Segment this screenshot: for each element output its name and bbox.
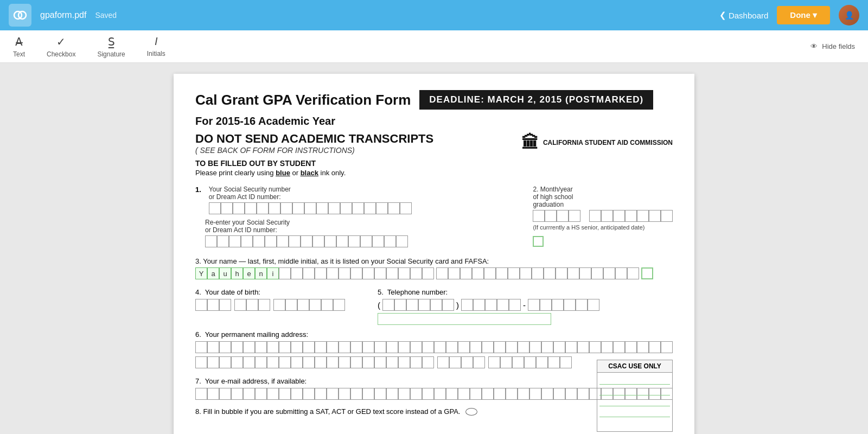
- em-21[interactable]: [434, 388, 446, 400]
- grad-m2[interactable]: [545, 210, 557, 222]
- em-12[interactable]: [327, 388, 339, 400]
- name-b12[interactable]: [327, 267, 339, 279]
- em-6[interactable]: [255, 388, 267, 400]
- city-14[interactable]: [350, 356, 362, 368]
- dob-d2[interactable]: [246, 299, 258, 311]
- ph-m3[interactable]: [485, 299, 497, 311]
- grad-y4[interactable]: [625, 210, 637, 222]
- city-6[interactable]: [255, 356, 267, 368]
- name-b18[interactable]: [398, 267, 410, 279]
- name-c1[interactable]: [436, 267, 448, 279]
- ssn-box-15[interactable]: [376, 202, 388, 214]
- ph-m5[interactable]: [509, 299, 521, 311]
- name-b11[interactable]: [315, 267, 327, 279]
- name-b5[interactable]: e: [243, 267, 255, 279]
- addr-26[interactable]: [494, 341, 506, 353]
- name-b17[interactable]: [386, 267, 398, 279]
- em-25[interactable]: [482, 388, 494, 400]
- name-c2[interactable]: [448, 267, 460, 279]
- city-1[interactable]: [195, 356, 207, 368]
- em-27[interactable]: [506, 388, 518, 400]
- ph-l4[interactable]: [564, 299, 576, 311]
- ssn-box-2[interactable]: [221, 202, 233, 214]
- em-10[interactable]: [303, 388, 315, 400]
- reenssn-b14[interactable]: [360, 235, 372, 247]
- em-9[interactable]: [291, 388, 303, 400]
- ssn-box-17[interactable]: [400, 202, 412, 214]
- name-b2[interactable]: a: [207, 267, 219, 279]
- ssn-box-11[interactable]: [328, 202, 340, 214]
- addr-6[interactable]: [255, 341, 267, 353]
- em-23[interactable]: [458, 388, 470, 400]
- addr-22[interactable]: [446, 341, 458, 353]
- ph-a4[interactable]: [418, 299, 430, 311]
- em-4[interactable]: [231, 388, 243, 400]
- addr-10[interactable]: [303, 341, 315, 353]
- toolbar-text[interactable]: A̶ Text: [13, 35, 25, 58]
- name-b20[interactable]: [422, 267, 434, 279]
- em-11[interactable]: [315, 388, 327, 400]
- em-19[interactable]: [410, 388, 422, 400]
- em-5[interactable]: [243, 388, 255, 400]
- addr-31[interactable]: [553, 341, 565, 353]
- dob-y4[interactable]: [309, 299, 321, 311]
- dob-m3[interactable]: [219, 299, 231, 311]
- grad-y2[interactable]: [601, 210, 613, 222]
- reenssn-b16[interactable]: [384, 235, 396, 247]
- reenssn-b17[interactable]: [396, 235, 408, 247]
- zip-6[interactable]: [548, 356, 560, 368]
- toolbar-initials[interactable]: I Initials: [147, 35, 165, 58]
- city-2[interactable]: [207, 356, 219, 368]
- zip-4[interactable]: [524, 356, 536, 368]
- name-c9[interactable]: [532, 267, 544, 279]
- name-b3[interactable]: u: [219, 267, 231, 279]
- grad-y3[interactable]: [613, 210, 625, 222]
- ph-a1[interactable]: [382, 299, 394, 311]
- em-3[interactable]: [219, 388, 231, 400]
- reenssn-b4[interactable]: [241, 235, 253, 247]
- name-b10[interactable]: [303, 267, 315, 279]
- addr-40[interactable]: [661, 341, 673, 353]
- reenssn-b9[interactable]: [301, 235, 312, 247]
- em-28[interactable]: [518, 388, 529, 400]
- name-b6[interactable]: n: [255, 267, 267, 279]
- zip-5[interactable]: [536, 356, 548, 368]
- grad-y5[interactable]: [637, 210, 649, 222]
- toolbar-checkbox[interactable]: ✓ Checkbox: [47, 35, 75, 58]
- name-c16[interactable]: [615, 267, 627, 279]
- addr-30[interactable]: [541, 341, 553, 353]
- ssn-box-7[interactable]: [280, 202, 292, 214]
- ssn-box-1[interactable]: [209, 202, 221, 214]
- addr-27[interactable]: [506, 341, 518, 353]
- ssn-box-3[interactable]: [233, 202, 245, 214]
- reenssn-b7[interactable]: [277, 235, 289, 247]
- name-c14[interactable]: [591, 267, 603, 279]
- addr-39[interactable]: [649, 341, 661, 353]
- em-29[interactable]: [529, 388, 541, 400]
- em-31[interactable]: [553, 388, 565, 400]
- dob-m2[interactable]: [207, 299, 219, 311]
- em-32[interactable]: [565, 388, 577, 400]
- addr-9[interactable]: [291, 341, 303, 353]
- ssn-box-4[interactable]: [245, 202, 257, 214]
- city-13[interactable]: [339, 356, 350, 368]
- addr-24[interactable]: [470, 341, 482, 353]
- name-c4[interactable]: [472, 267, 484, 279]
- em-15[interactable]: [362, 388, 374, 400]
- reenssn-b2[interactable]: [217, 235, 229, 247]
- name-b9[interactable]: [291, 267, 303, 279]
- em-20[interactable]: [422, 388, 434, 400]
- toolbar-signature[interactable]: S̲ Signature: [97, 35, 125, 58]
- grad-y1[interactable]: [589, 210, 601, 222]
- name-c7[interactable]: [508, 267, 520, 279]
- grad-m3[interactable]: [557, 210, 569, 222]
- ph-a6[interactable]: [442, 299, 454, 311]
- grad-checkbox[interactable]: [533, 236, 544, 247]
- ph-l6[interactable]: [588, 299, 599, 311]
- em-24[interactable]: [470, 388, 482, 400]
- name-b13[interactable]: [339, 267, 350, 279]
- addr-1[interactable]: [195, 341, 207, 353]
- addr-20[interactable]: [422, 341, 434, 353]
- em-33[interactable]: [577, 388, 589, 400]
- reenssn-b12[interactable]: [336, 235, 348, 247]
